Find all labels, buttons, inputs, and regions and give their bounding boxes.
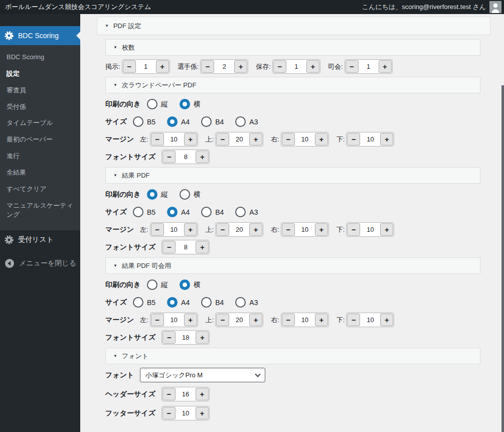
submenu-item[interactable]: 最初のペーパー xyxy=(0,131,80,148)
minus-button[interactable]: − xyxy=(151,133,164,146)
section-header[interactable]: ▼ 結果 PDF xyxy=(105,167,480,184)
minus-button[interactable]: − xyxy=(162,331,176,344)
submenu-item[interactable]: タイムテーブル xyxy=(0,115,80,131)
radio-b5[interactable] xyxy=(133,297,143,308)
plus-button[interactable]: + xyxy=(184,133,197,146)
margin-value-input[interactable] xyxy=(229,223,249,236)
radio-portrait[interactable] xyxy=(147,279,157,290)
plus-button[interactable]: + xyxy=(184,223,197,236)
count-value-input[interactable] xyxy=(214,60,234,73)
submenu-item[interactable]: 設定 xyxy=(0,66,80,82)
plus-button[interactable]: + xyxy=(184,314,197,326)
plus-button[interactable]: + xyxy=(380,314,393,326)
footer-size-value-input[interactable] xyxy=(176,407,196,419)
radio-a3[interactable] xyxy=(235,207,246,217)
radio-b5[interactable] xyxy=(133,116,143,127)
margin-value-input[interactable] xyxy=(295,133,315,146)
minus-button[interactable]: − xyxy=(282,223,295,236)
vertical-scrollbar-thumb[interactable] xyxy=(501,85,504,432)
plus-button[interactable]: + xyxy=(196,407,209,419)
plus-button[interactable]: + xyxy=(380,223,393,236)
collapse-menu-button[interactable]: メニューを閉じる xyxy=(0,253,80,273)
margin-value-input[interactable] xyxy=(360,223,380,236)
plus-button[interactable]: + xyxy=(249,133,262,146)
minus-button[interactable]: − xyxy=(216,223,229,236)
margin-value-input[interactable] xyxy=(164,223,184,236)
minus-button[interactable]: − xyxy=(162,241,176,253)
radio-portrait[interactable] xyxy=(147,99,157,109)
sidebar-item-reception-list[interactable]: 受付リスト xyxy=(0,230,80,249)
radio-b4[interactable] xyxy=(201,207,212,217)
site-title[interactable]: ボールルームダンス競技会スコアリングシステム xyxy=(5,3,151,12)
font-size-value-input[interactable] xyxy=(176,241,196,253)
accordion-header-pdf-settings[interactable]: ▼ PDF 設定 xyxy=(97,17,490,35)
plus-button[interactable]: + xyxy=(196,241,209,253)
margin-value-input[interactable] xyxy=(295,223,315,236)
minus-button[interactable]: − xyxy=(162,151,176,163)
submenu-item[interactable]: すべてクリア xyxy=(0,181,80,198)
section-header[interactable]: ▼ 次ラウンドペーパー PDF xyxy=(105,77,480,93)
submenu-item[interactable]: 全結果 xyxy=(0,165,80,181)
radio-landscape[interactable] xyxy=(180,99,190,109)
minus-button[interactable]: − xyxy=(151,223,164,236)
plus-button[interactable]: + xyxy=(380,133,393,146)
margin-value-input[interactable] xyxy=(164,133,184,146)
plus-button[interactable]: + xyxy=(196,151,209,163)
count-value-input[interactable] xyxy=(359,60,379,73)
plus-button[interactable]: + xyxy=(315,223,328,236)
radio-portrait[interactable] xyxy=(147,189,157,200)
minus-button[interactable]: − xyxy=(282,314,295,326)
plus-button[interactable]: + xyxy=(156,60,169,73)
margin-value-input[interactable] xyxy=(229,133,249,146)
plus-button[interactable]: + xyxy=(315,133,328,146)
account-menu[interactable]: こんにちは、scoring@riverforest.test さん xyxy=(362,1,501,13)
minus-button[interactable]: − xyxy=(162,388,176,400)
minus-button[interactable]: − xyxy=(347,133,360,146)
plus-button[interactable]: + xyxy=(249,314,262,326)
plus-button[interactable]: + xyxy=(315,314,328,326)
margin-value-input[interactable] xyxy=(295,314,315,326)
minus-button[interactable]: − xyxy=(347,223,360,236)
submenu-item[interactable]: マニュアルスケーティング xyxy=(0,198,80,224)
minus-button[interactable]: − xyxy=(282,133,295,146)
submenu-item[interactable]: 受付係 xyxy=(0,99,80,115)
font-size-value-input[interactable] xyxy=(176,331,196,344)
radio-b5[interactable] xyxy=(133,207,143,217)
margin-value-input[interactable] xyxy=(360,314,380,326)
minus-button[interactable]: − xyxy=(216,133,229,146)
margin-value-input[interactable] xyxy=(164,314,184,326)
margin-value-input[interactable] xyxy=(360,133,380,146)
user-avatar[interactable] xyxy=(489,1,501,13)
section-header-font[interactable]: ▼ フォント xyxy=(105,348,480,364)
minus-button[interactable]: − xyxy=(273,60,286,73)
count-value-input[interactable] xyxy=(136,60,156,73)
radio-landscape[interactable] xyxy=(180,279,190,290)
radio-b4[interactable] xyxy=(201,116,212,127)
minus-button[interactable]: − xyxy=(347,314,360,326)
radio-b4[interactable] xyxy=(201,297,212,308)
section-header-sheet-count[interactable]: ▼ 枚数 xyxy=(105,39,480,56)
radio-a3[interactable] xyxy=(235,297,246,308)
plus-button[interactable]: + xyxy=(196,331,209,344)
minus-button[interactable]: − xyxy=(162,407,176,419)
radio-a4[interactable] xyxy=(167,116,178,127)
minus-button[interactable]: − xyxy=(346,60,359,73)
margin-value-input[interactable] xyxy=(229,314,249,326)
plus-button[interactable]: + xyxy=(249,223,262,236)
plus-button[interactable]: + xyxy=(196,388,209,400)
count-value-input[interactable] xyxy=(286,60,306,73)
section-header[interactable]: ▼ 結果 PDF 司会用 xyxy=(105,257,480,274)
sidebar-item-bdc-scoring[interactable]: BDC Scoring xyxy=(0,26,80,45)
plus-button[interactable]: + xyxy=(234,60,247,73)
font-size-value-input[interactable] xyxy=(176,151,196,163)
minus-button[interactable]: − xyxy=(123,60,136,73)
submenu-item[interactable]: 審査員 xyxy=(0,82,80,99)
radio-landscape[interactable] xyxy=(180,189,190,200)
submenu-item[interactable]: 進行 xyxy=(0,148,80,165)
submenu-item[interactable]: BDC Scoring xyxy=(0,49,80,66)
plus-button[interactable]: + xyxy=(306,60,319,73)
plus-button[interactable]: + xyxy=(379,60,392,73)
radio-a3[interactable] xyxy=(235,116,246,127)
radio-a4[interactable] xyxy=(167,207,178,217)
minus-button[interactable]: − xyxy=(201,60,214,73)
